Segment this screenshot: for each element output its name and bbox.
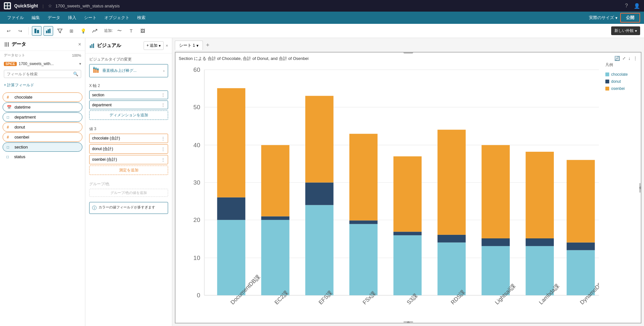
bar-donut-8[interactable] <box>567 243 595 250</box>
chart-expand-icon[interactable]: ⤢ <box>622 55 626 61</box>
visual-panel-toggle[interactable] <box>43 26 53 36</box>
visual-panel-title: ビジュアル <box>97 43 144 49</box>
insight-button[interactable]: 💡 <box>78 26 88 36</box>
resize-dot-bottom[interactable] <box>407 321 410 323</box>
warning-text: カラーの値フィールドが多すぎます <box>99 205 155 210</box>
bar-osenbei-0[interactable] <box>217 88 245 197</box>
new-look-button[interactable]: 新しい外観 ▾ <box>611 26 640 35</box>
field-item-chocolate[interactable]: # chocolate <box>3 92 82 102</box>
resize-dot-right[interactable] <box>639 187 641 189</box>
more-options-icon[interactable]: ⋮ <box>161 136 165 141</box>
visual-type-name: 垂直積み上げ棒グ... <box>102 68 163 73</box>
field-search-input[interactable] <box>7 72 73 76</box>
field-item-status[interactable]: □ status <box>3 152 82 161</box>
menu-object[interactable]: オブジェクト <box>101 13 133 22</box>
data-panel-toggle[interactable] <box>32 26 42 36</box>
filter-button[interactable] <box>55 26 65 36</box>
menu-file[interactable]: ファイル <box>4 13 27 22</box>
bar-osenbei-8[interactable] <box>567 160 595 243</box>
svg-rect-8 <box>49 29 51 33</box>
chart-refresh-icon[interactable]: 🔄 <box>614 55 620 62</box>
menu-sheet[interactable]: シート <box>81 13 100 22</box>
bar-donut-4[interactable] <box>393 232 422 235</box>
more-options-icon[interactable]: ⋮ <box>161 157 165 162</box>
calc-field-button[interactable]: + 計算フィールド <box>4 81 81 89</box>
x-field-department[interactable]: department ⋮ <box>89 101 168 109</box>
bar-osenbei-7[interactable] <box>526 152 554 238</box>
group-button[interactable]: ⊞ <box>67 26 76 36</box>
menu-insert[interactable]: 挿入 <box>65 13 80 22</box>
visual-add-button[interactable]: + 追加 ▾ <box>144 41 164 50</box>
bar-donut-3[interactable] <box>349 220 378 224</box>
legend-color-chocolate <box>605 72 609 76</box>
add-sheet-button[interactable]: + <box>204 41 212 49</box>
visual-panel-close-button[interactable]: × <box>166 43 168 48</box>
field-item-datetime[interactable]: 📅 datetime <box>3 102 82 112</box>
bar-donut-0[interactable] <box>217 197 245 220</box>
field-item-donut[interactable]: # donut <box>3 122 82 132</box>
redo-button[interactable]: ↪ <box>15 26 25 36</box>
x-field-section[interactable]: section ⋮ <box>89 91 168 99</box>
size-selector[interactable]: 実際のサイズ ▾ <box>589 15 618 21</box>
sheet-tab-1[interactable]: シート 1 ▾ <box>175 41 203 50</box>
menu-search[interactable]: 検索 <box>134 13 149 22</box>
svg-rect-1 <box>8 3 10 5</box>
dataset-dropdown-icon[interactable]: ▾ <box>79 62 81 66</box>
bar-osenbei-2[interactable] <box>305 96 334 183</box>
bar-chocolate-7[interactable] <box>526 246 554 295</box>
add-dimension-button[interactable]: ディメンションを追加 <box>89 110 168 120</box>
value-field-osenbei[interactable]: osenbei (合計) ⋮ <box>89 155 168 164</box>
bar-chocolate-6[interactable] <box>482 246 510 295</box>
bar-donut-6[interactable] <box>482 238 510 246</box>
value-field-chocolate[interactable]: chocolate (合計) ⋮ <box>89 134 168 143</box>
trend-button[interactable] <box>90 26 99 36</box>
menu-data[interactable]: データ <box>44 13 63 22</box>
bar-donut-2[interactable] <box>305 183 334 205</box>
bar-osenbei-3[interactable] <box>349 134 378 220</box>
quicksight-logo <box>4 2 11 9</box>
svg-text:30: 30 <box>194 179 200 186</box>
add-text-button[interactable]: T <box>126 26 136 36</box>
help-icon[interactable]: ? <box>625 3 628 9</box>
bar-osenbei-1[interactable] <box>261 145 289 216</box>
chart-download-icon[interactable]: ↓ <box>628 55 631 62</box>
bar-chocolate-8[interactable] <box>567 250 595 295</box>
more-options-icon[interactable]: ⋮ <box>161 92 165 97</box>
favorite-icon[interactable]: ☆ <box>48 3 52 8</box>
svg-rect-6 <box>46 31 47 33</box>
bar-osenbei-6[interactable] <box>482 145 510 238</box>
menu-edit[interactable]: 編集 <box>28 13 43 22</box>
chart-area: シート 1 ▾ + Section による 合計 of Chocolate, 合… <box>172 38 644 326</box>
bar-chocolate-2[interactable] <box>305 205 334 295</box>
publish-button[interactable]: 公開 <box>620 13 640 23</box>
data-panel-close-button[interactable]: × <box>78 42 81 47</box>
bar-donut-7[interactable] <box>526 238 554 246</box>
add-line-button[interactable]: 〜 <box>115 26 124 36</box>
bar-chocolate-4[interactable] <box>393 235 422 295</box>
field-item-section[interactable]: □ section <box>3 142 82 152</box>
user-icon[interactable]: 👤 <box>634 3 640 9</box>
chart-more-icon[interactable]: ⋮ <box>632 55 638 62</box>
bar-osenbei-5[interactable] <box>438 130 466 235</box>
add-measure-button[interactable]: 測定を追加 <box>89 166 168 175</box>
bar-chocolate-3[interactable] <box>349 224 378 295</box>
field-item-osenbei[interactable]: # osenbei <box>3 132 82 142</box>
more-options-icon[interactable]: ⋮ <box>161 147 165 151</box>
resize-handle-top[interactable] <box>403 52 413 53</box>
bar-chocolate-0[interactable] <box>217 220 245 295</box>
info-icon: ⓘ <box>92 205 97 211</box>
more-options-icon[interactable]: ⋮ <box>161 102 165 107</box>
visual-type-selector[interactable]: 垂直積み上げ棒グ... › <box>89 64 168 77</box>
value-field-donut[interactable]: donut (合計) ⋮ <box>89 144 168 154</box>
bar-donut-1[interactable] <box>261 216 289 220</box>
bar-donut-5[interactable] <box>438 235 466 243</box>
add-image-button[interactable]: 🖼 <box>138 26 147 36</box>
svg-rect-18 <box>97 70 99 73</box>
undo-button[interactable]: ↩ <box>4 26 14 36</box>
field-item-department[interactable]: □ department <box>3 112 82 122</box>
legend-title: 凡例 <box>605 62 638 68</box>
bar-osenbei-4[interactable] <box>393 156 422 232</box>
bar-chocolate-1[interactable] <box>261 220 289 295</box>
svg-rect-5 <box>37 30 39 33</box>
bar-chocolate-5[interactable] <box>438 243 466 295</box>
